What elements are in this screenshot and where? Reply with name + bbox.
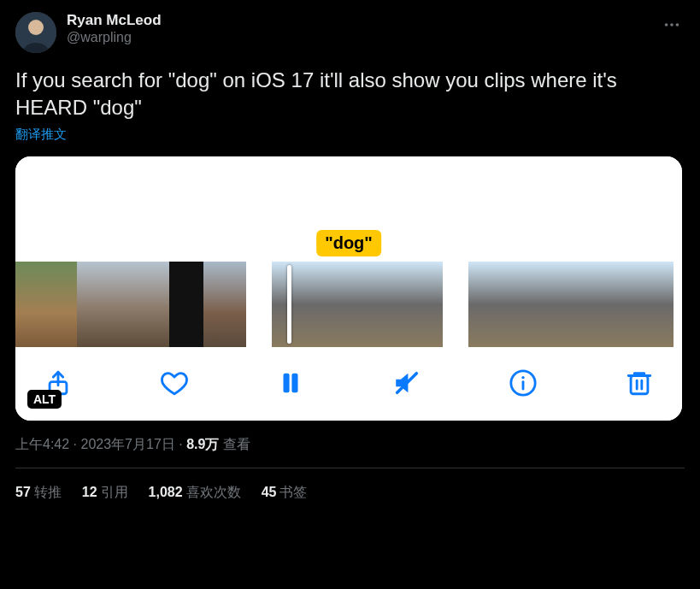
likes-stat[interactable]: 1,082喜欢次数	[149, 484, 241, 502]
svg-rect-6	[284, 374, 290, 393]
display-name[interactable]: Ryan McLeod	[67, 12, 659, 29]
clip-frame	[46, 262, 77, 347]
more-icon[interactable]	[659, 12, 685, 41]
clip-frame	[605, 262, 639, 347]
media-controls	[15, 347, 682, 421]
likes-label: 喜欢次数	[186, 485, 241, 499]
clip-frame	[108, 262, 138, 347]
views-label: 查看	[219, 437, 250, 451]
trash-icon[interactable]	[622, 366, 656, 400]
clip-frame	[503, 262, 537, 347]
tweet-meta: 上午4:42 · 2023年7月17日 · 8.9万 查看	[15, 436, 685, 454]
bookmarks-stat[interactable]: 45书签	[262, 484, 308, 502]
svg-point-1	[28, 20, 44, 35]
info-icon[interactable]	[506, 366, 540, 400]
clip-frame	[15, 262, 46, 347]
tweet-header: Ryan McLeod @warpling	[15, 12, 685, 53]
video-timeline[interactable]	[15, 262, 682, 347]
meta-sep: ·	[175, 437, 186, 451]
media-top-area: "dog"	[15, 156, 682, 262]
mute-icon[interactable]	[390, 366, 424, 400]
svg-point-2	[665, 23, 668, 27]
clip-frame	[169, 262, 203, 347]
author-names: Ryan McLeod @warpling	[67, 12, 659, 46]
clip-frame	[357, 262, 443, 347]
search-token-label: "dog"	[316, 230, 381, 256]
bookmarks-label: 书签	[279, 485, 307, 499]
retweets-count: 57	[15, 485, 31, 499]
handle[interactable]: @warpling	[67, 29, 659, 46]
avatar[interactable]	[15, 12, 56, 53]
pause-icon[interactable]	[274, 366, 308, 400]
quotes-count: 12	[82, 485, 97, 499]
translate-link[interactable]: 翻译推文	[15, 127, 685, 143]
quotes-stat[interactable]: 12引用	[82, 484, 128, 502]
bookmarks-count: 45	[262, 485, 277, 499]
svg-point-4	[676, 23, 679, 27]
svg-rect-7	[291, 374, 297, 393]
meta-sep: ·	[69, 437, 80, 451]
clip-frame	[468, 262, 503, 347]
likes-count: 1,082	[149, 485, 183, 499]
svg-point-3	[670, 23, 674, 27]
tweet-date[interactable]: 2023年7月17日	[80, 437, 174, 451]
clip-group-2	[272, 262, 443, 347]
views-count[interactable]: 8.9万	[186, 437, 219, 451]
tweet-time[interactable]: 上午4:42	[15, 437, 69, 451]
clip-frame	[203, 262, 246, 347]
tweet-container: Ryan McLeod @warpling If you search for …	[0, 0, 700, 502]
clip-frame	[639, 262, 674, 347]
heart-icon[interactable]	[157, 366, 191, 400]
clip-group-1	[15, 262, 246, 347]
clip-frame	[537, 262, 571, 347]
clip-group-3	[468, 262, 674, 347]
alt-badge[interactable]: ALT	[27, 390, 62, 409]
retweets-label: 转推	[34, 485, 62, 499]
tweet-stats: 57转推 12引用 1,082喜欢次数 45书签	[15, 468, 685, 502]
retweets-stat[interactable]: 57转推	[15, 484, 62, 502]
svg-rect-12	[631, 376, 648, 394]
tweet-text: If you search for "dog" on iOS 17 it'll …	[15, 67, 685, 121]
clip-frame	[272, 262, 357, 347]
quotes-label: 引用	[101, 485, 128, 499]
clip-frame	[571, 262, 605, 347]
clip-frame	[77, 262, 108, 347]
media-card[interactable]: "dog"	[15, 156, 682, 421]
clip-frame	[138, 262, 169, 347]
playhead-icon[interactable]	[287, 265, 291, 344]
svg-point-11	[521, 376, 524, 379]
